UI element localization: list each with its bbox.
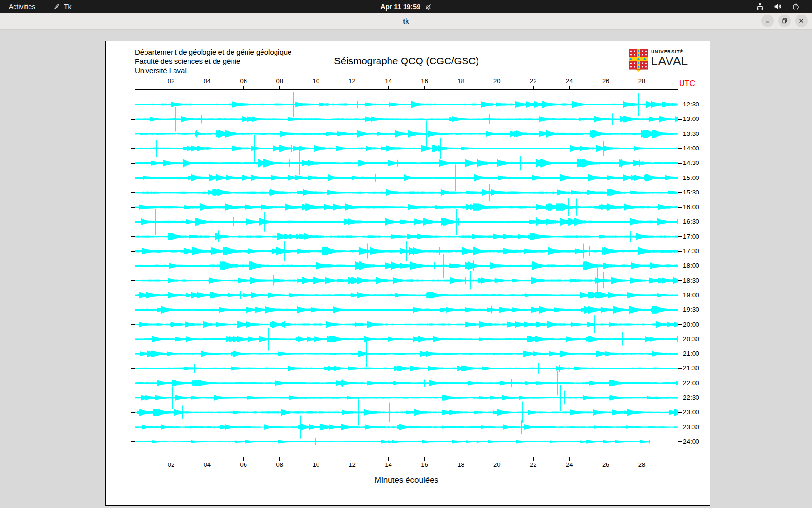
header-line-3: Université Laval bbox=[135, 66, 291, 75]
trace-row-tick bbox=[131, 178, 135, 178]
x-axis-tick-label: 06 bbox=[236, 461, 251, 468]
trace-row-tick bbox=[678, 441, 682, 442]
x-axis-tick-label: 04 bbox=[200, 461, 215, 468]
laval-logo: UNIVERSITÉ LAVAL bbox=[629, 49, 688, 72]
trace-row-time-label: 21:00 bbox=[683, 350, 699, 357]
x-axis-tick bbox=[606, 457, 606, 461]
tk-window-content: Département de géologie et de génie géol… bbox=[0, 30, 812, 508]
trace-row-tick bbox=[678, 148, 682, 149]
x-axis-tick-label: 12 bbox=[345, 461, 360, 468]
trace-row-time-label: 19:00 bbox=[683, 291, 699, 299]
gnome-top-bar: Activities Tk Apr 11 19:59 bbox=[0, 0, 812, 13]
x-axis-tick bbox=[243, 457, 244, 461]
trace-row-tick bbox=[678, 295, 682, 295]
trace-row-tick bbox=[131, 119, 135, 120]
x-axis-tick-label: 24 bbox=[562, 461, 577, 468]
trace-row-tick bbox=[131, 398, 135, 398]
x-axis-tick bbox=[279, 457, 280, 461]
trace-row-tick bbox=[678, 280, 682, 281]
trace-row-time-label: 17:00 bbox=[683, 233, 699, 240]
trace-row-time-label: 23:00 bbox=[683, 408, 699, 416]
trace-row-time-label: 22:00 bbox=[683, 379, 699, 387]
x-axis-tick-label: 28 bbox=[635, 461, 649, 468]
x-axis-tick-label: 22 bbox=[526, 461, 540, 468]
x-axis-tick-label: 12 bbox=[345, 77, 360, 85]
trace-row-tick bbox=[131, 105, 135, 105]
trace-row-tick bbox=[678, 368, 682, 369]
x-axis-title: Minutes écoulées bbox=[261, 476, 551, 485]
trace-row-time-label: 16:00 bbox=[683, 203, 699, 210]
x-axis-tick bbox=[569, 86, 570, 89]
x-axis-tick bbox=[533, 457, 534, 461]
restore-button[interactable] bbox=[778, 15, 791, 27]
window-titlebar[interactable]: tk bbox=[0, 13, 812, 30]
x-axis-tick-label: 24 bbox=[562, 77, 577, 85]
close-button[interactable] bbox=[795, 15, 808, 27]
x-axis-tick bbox=[642, 86, 642, 89]
window-title: tk bbox=[0, 13, 812, 29]
trace-row-tick bbox=[131, 251, 135, 252]
trace-row-time-label: 20:00 bbox=[683, 321, 699, 328]
trace-row-tick bbox=[678, 178, 682, 178]
x-axis-tick-label: 18 bbox=[453, 461, 468, 468]
trace-row-tick bbox=[131, 148, 135, 149]
trace-row-tick bbox=[678, 236, 682, 237]
trace-row-tick bbox=[678, 324, 682, 325]
x-axis-tick-label: 08 bbox=[273, 77, 287, 85]
system-status-menu[interactable] bbox=[748, 0, 808, 13]
x-axis-tick bbox=[569, 457, 570, 461]
clock-label: Apr 11 19:59 bbox=[380, 3, 420, 11]
trace-row-tick bbox=[678, 398, 682, 398]
x-axis-tick-label: 16 bbox=[417, 461, 432, 468]
figure-title: Séismographe QCQ (CGC/GSC) bbox=[261, 55, 551, 67]
trace-row-time-label: 22:30 bbox=[683, 394, 699, 401]
x-axis-tick-label: 26 bbox=[598, 461, 613, 468]
trace-row-tick bbox=[678, 222, 682, 222]
trace-row-tick bbox=[131, 236, 135, 237]
trace-row-tick bbox=[131, 441, 135, 442]
trace-row-time-label: 20:30 bbox=[683, 335, 699, 343]
x-axis-tick bbox=[424, 86, 425, 89]
trace-row-time-label: 23:30 bbox=[683, 423, 699, 431]
trace-row-tick bbox=[131, 266, 135, 266]
clock-button[interactable]: Apr 11 19:59 bbox=[0, 0, 812, 13]
seismogram-traces-canvas bbox=[135, 90, 678, 457]
trace-row-time-label: 24:00 bbox=[683, 438, 699, 445]
x-axis-tick-label: 02 bbox=[164, 77, 178, 85]
x-axis-tick bbox=[352, 86, 352, 89]
laval-logo-laval: LAVAL bbox=[651, 55, 688, 67]
trace-row-tick bbox=[678, 310, 682, 310]
trace-row-time-label: 16:30 bbox=[683, 218, 699, 225]
trace-row-tick bbox=[678, 251, 682, 252]
trace-row-time-label: 12:30 bbox=[683, 101, 699, 108]
trace-row-tick bbox=[131, 339, 135, 339]
trace-row-tick bbox=[678, 412, 682, 413]
x-axis-tick bbox=[207, 86, 207, 89]
x-axis-tick bbox=[461, 86, 461, 89]
x-axis-tick bbox=[352, 457, 352, 461]
trace-row-tick bbox=[678, 383, 682, 383]
trace-row-time-label: 13:30 bbox=[683, 130, 699, 137]
x-axis-tick-label: 08 bbox=[273, 461, 287, 468]
trace-row-tick bbox=[131, 163, 135, 164]
laval-logo-text: UNIVERSITÉ LAVAL bbox=[651, 49, 688, 67]
x-axis-tick-label: 16 bbox=[417, 77, 432, 85]
trace-row-tick bbox=[131, 324, 135, 325]
minimize-button[interactable] bbox=[761, 15, 774, 27]
laval-shield-icon bbox=[629, 49, 648, 72]
trace-row-time-label: 19:30 bbox=[683, 306, 699, 313]
x-axis-tick bbox=[316, 457, 316, 461]
x-axis-tick bbox=[424, 457, 425, 461]
trace-row-tick bbox=[678, 207, 682, 208]
x-axis-tick-label: 14 bbox=[381, 77, 396, 85]
x-axis-tick bbox=[243, 86, 244, 89]
x-axis-tick-label: 26 bbox=[598, 77, 613, 85]
x-axis-tick bbox=[497, 86, 497, 89]
trace-row-time-label: 18:30 bbox=[683, 277, 699, 284]
trace-row-tick bbox=[131, 280, 135, 281]
trace-row-tick bbox=[678, 354, 682, 354]
minimize-icon bbox=[764, 17, 771, 25]
trace-row-tick bbox=[131, 222, 135, 222]
trace-row-tick bbox=[678, 266, 682, 266]
x-axis-tick bbox=[497, 457, 497, 461]
